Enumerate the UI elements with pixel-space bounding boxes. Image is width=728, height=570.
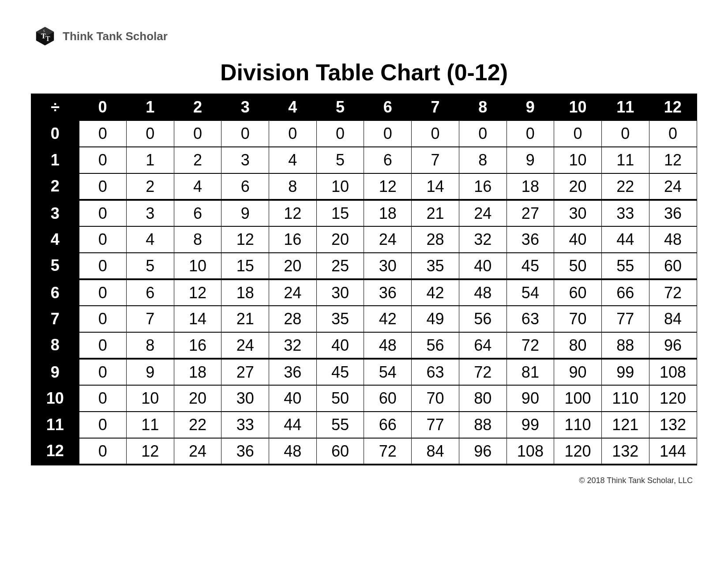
logo-icon: T T S <box>35 26 55 46</box>
column-header: 2 <box>174 94 221 120</box>
table-cell: 3 <box>221 147 269 173</box>
table-cell: 55 <box>601 253 649 279</box>
table-cell: 0 <box>79 253 127 279</box>
table-cell: 44 <box>269 412 317 438</box>
table-row: 100102030405060708090100110120 <box>31 385 697 412</box>
table-cell: 2 <box>126 173 174 200</box>
table-cell: 42 <box>412 279 459 306</box>
table-row: 5051015202530354045505560 <box>31 253 697 279</box>
table-cell: 4 <box>126 226 174 253</box>
table-cell: 20 <box>554 173 602 200</box>
table-cell: 96 <box>459 438 507 465</box>
table-cell: 35 <box>412 253 459 279</box>
table-cell: 24 <box>174 438 221 465</box>
table-cell: 48 <box>269 438 317 465</box>
table-cell: 7 <box>412 147 459 173</box>
table-cell: 8 <box>174 226 221 253</box>
table-cell: 81 <box>507 359 554 385</box>
table-cell: 24 <box>269 279 317 306</box>
table-cell: 5 <box>126 253 174 279</box>
table-cell: 40 <box>554 226 602 253</box>
page-title: Division Table Chart (0-12) <box>31 59 697 86</box>
table-cell: 144 <box>649 438 697 465</box>
table-cell: 54 <box>507 279 554 306</box>
table-cell: 18 <box>364 200 412 226</box>
table-cell: 10 <box>174 253 221 279</box>
table-cell: 6 <box>126 279 174 306</box>
table-cell: 10 <box>316 173 364 200</box>
table-cell: 4 <box>174 173 221 200</box>
table-cell: 90 <box>554 359 602 385</box>
column-header: 6 <box>364 94 412 120</box>
table-cell: 7 <box>126 306 174 332</box>
table-cell: 27 <box>221 359 269 385</box>
table-cell: 16 <box>459 173 507 200</box>
table-row: 00000000000000 <box>31 120 697 147</box>
table-cell: 72 <box>364 438 412 465</box>
division-table: ÷012345678910111200000000000000101234567… <box>31 94 697 465</box>
table-cell: 2 <box>174 147 221 173</box>
table-cell: 132 <box>601 438 649 465</box>
table-cell: 0 <box>79 412 127 438</box>
row-header: 3 <box>31 200 79 226</box>
table-cell: 35 <box>316 306 364 332</box>
table-cell: 24 <box>649 173 697 200</box>
table-cell: 0 <box>79 147 127 173</box>
row-header: 1 <box>31 147 79 173</box>
column-header-row: ÷0123456789101112 <box>31 94 697 120</box>
table-cell: 33 <box>601 200 649 226</box>
table-cell: 8 <box>459 147 507 173</box>
table-cell: 24 <box>459 200 507 226</box>
column-header: 9 <box>507 94 554 120</box>
table-cell: 63 <box>507 306 554 332</box>
table-cell: 30 <box>364 253 412 279</box>
table-cell: 0 <box>649 120 697 147</box>
table-cell: 36 <box>221 438 269 465</box>
table-cell: 50 <box>554 253 602 279</box>
table-cell: 12 <box>126 438 174 465</box>
column-header: 8 <box>459 94 507 120</box>
table-cell: 11 <box>601 147 649 173</box>
column-header: 0 <box>79 94 127 120</box>
table-cell: 48 <box>459 279 507 306</box>
table-cell: 49 <box>412 306 459 332</box>
table-cell: 42 <box>364 306 412 332</box>
table-cell: 30 <box>221 385 269 412</box>
table-row: 6061218243036424854606672 <box>31 279 697 306</box>
table-cell: 0 <box>79 306 127 332</box>
table-cell: 20 <box>269 253 317 279</box>
table-row: 7071421283542495663707784 <box>31 306 697 332</box>
table-cell: 3 <box>126 200 174 226</box>
row-header: 10 <box>31 385 79 412</box>
table-cell: 70 <box>412 385 459 412</box>
table-cell: 80 <box>554 332 602 359</box>
table-cell: 36 <box>269 359 317 385</box>
table-cell: 0 <box>174 120 221 147</box>
table-cell: 70 <box>554 306 602 332</box>
table-cell: 45 <box>316 359 364 385</box>
copyright-text: © 2018 Think Tank Scholar, LLC <box>31 476 693 485</box>
svg-text:S: S <box>43 29 45 33</box>
table-cell: 0 <box>79 120 127 147</box>
table-cell: 28 <box>269 306 317 332</box>
table-cell: 6 <box>174 200 221 226</box>
table-cell: 72 <box>649 279 697 306</box>
table-cell: 36 <box>364 279 412 306</box>
table-cell: 18 <box>507 173 554 200</box>
table-cell: 108 <box>507 438 554 465</box>
table-cell: 0 <box>79 385 127 412</box>
table-cell: 22 <box>174 412 221 438</box>
table-cell: 84 <box>649 306 697 332</box>
table-cell: 0 <box>412 120 459 147</box>
table-cell: 99 <box>507 412 554 438</box>
table-cell: 14 <box>412 173 459 200</box>
division-table-wrap: ÷012345678910111200000000000000101234567… <box>31 94 697 465</box>
table-cell: 72 <box>507 332 554 359</box>
table-cell: 20 <box>316 226 364 253</box>
table-cell: 30 <box>316 279 364 306</box>
table-cell: 33 <box>221 412 269 438</box>
table-cell: 9 <box>507 147 554 173</box>
table-cell: 32 <box>459 226 507 253</box>
table-cell: 28 <box>412 226 459 253</box>
corner-cell: ÷ <box>31 94 79 120</box>
